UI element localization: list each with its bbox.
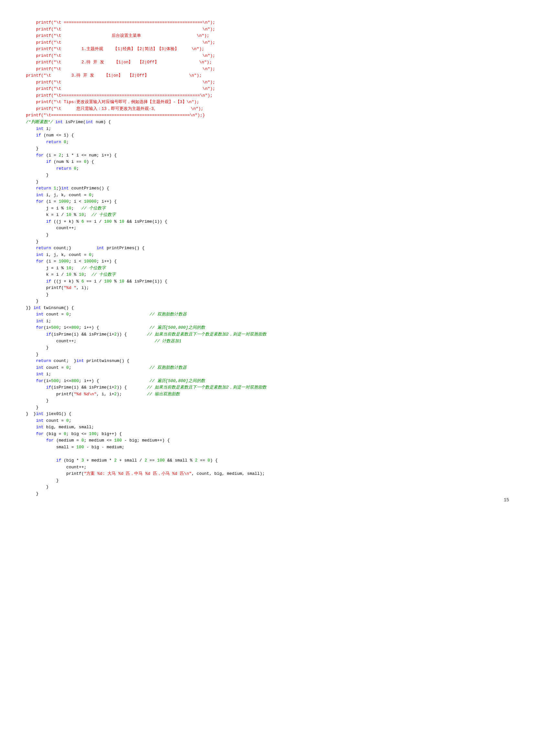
code-content: printf("\t =============================… [26,19,509,497]
page-number: 15 [504,497,509,504]
code-container: printf("\t =============================… [26,19,509,497]
